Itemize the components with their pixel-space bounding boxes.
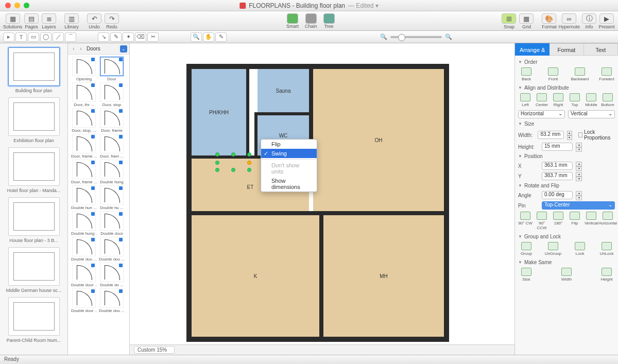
- arc-tool[interactable]: ⌒: [65, 32, 76, 42]
- angle-stepper[interactable]: ▴▾: [576, 191, 582, 199]
- tab-format[interactable]: Format: [550, 43, 583, 56]
- angle-input[interactable]: 0.00 deg: [542, 191, 573, 199]
- width-stepper[interactable]: ▴▾: [567, 131, 572, 139]
- ctx-show-dimensions[interactable]: Show dimensions: [261, 176, 317, 192]
- zoom-level-select[interactable]: Custom 15%: [134, 346, 175, 354]
- ellipse-tool[interactable]: ◯: [40, 32, 52, 42]
- pos-y-input[interactable]: 383.7 mm: [542, 172, 573, 180]
- lib-shape[interactable]: Door, fram ...: [98, 134, 126, 159]
- align-right[interactable]: Right: [551, 93, 565, 107]
- present-button[interactable]: ▶Present: [598, 12, 615, 29]
- grp-ungroup[interactable]: UnGroup: [545, 242, 561, 256]
- section-group[interactable]: Group and Lock: [518, 232, 615, 241]
- pages-button[interactable]: ▤Pages: [23, 12, 40, 29]
- lib-shape[interactable]: Double door: [98, 211, 126, 236]
- mode-smart[interactable]: Smart: [286, 13, 299, 29]
- snap-button[interactable]: ⊞Snap: [501, 12, 517, 29]
- page-thumb[interactable]: [8, 97, 60, 136]
- pin-select[interactable]: Top-Center: [542, 201, 615, 210]
- page-thumb[interactable]: [8, 197, 60, 236]
- order-front[interactable]: Front: [545, 67, 561, 81]
- section-order[interactable]: Order: [518, 58, 615, 66]
- eraser-tool[interactable]: ⌫: [135, 32, 146, 42]
- eyedropper-tool[interactable]: ✎: [215, 32, 227, 42]
- lib-shape[interactable]: Opening: [70, 57, 98, 81]
- lib-shape[interactable]: Door, stop, ...: [70, 108, 98, 133]
- rotate-90-cw[interactable]: 90° CW: [518, 212, 533, 230]
- room-k[interactable]: K: [192, 215, 319, 337]
- section-align[interactable]: Align and Distribute: [518, 83, 615, 92]
- canvas[interactable]: PH/KHH Sauna WC OH ET K MH: [130, 43, 515, 355]
- floorplan-drawing[interactable]: PH/KHH Sauna WC OH ET K MH: [186, 64, 449, 342]
- section-rotate[interactable]: Rotate and Flip: [518, 181, 615, 190]
- rect-tool[interactable]: ▭: [28, 32, 39, 42]
- lib-dropdown-button[interactable]: ⌄: [120, 45, 127, 53]
- lib-back-button[interactable]: ‹: [70, 46, 77, 51]
- pointer-tool[interactable]: ▸: [3, 32, 14, 42]
- mode-tree[interactable]: Tree: [323, 13, 335, 29]
- info-button[interactable]: ⓘInfo: [581, 12, 597, 29]
- ctx-swing[interactable]: Swing: [261, 149, 317, 158]
- order-back[interactable]: Back: [518, 67, 535, 81]
- zoom-tool[interactable]: 🔍: [191, 32, 202, 42]
- grp-group[interactable]: Group: [518, 242, 535, 256]
- lib-shape[interactable]: Double hung ...: [70, 211, 98, 236]
- hypernote-button[interactable]: ∞Hypernote: [558, 12, 580, 29]
- ctx-flip[interactable]: Flip: [261, 140, 317, 149]
- redo-button[interactable]: ↷Redo: [104, 12, 120, 29]
- height-input[interactable]: 15 mm: [542, 143, 573, 151]
- lib-shape[interactable]: Door, frame: [98, 108, 126, 133]
- lib-shape[interactable]: Door, stop: [98, 82, 126, 107]
- lib-shape[interactable]: Double hu ...: [98, 185, 126, 210]
- close-window-button[interactable]: [5, 3, 11, 8]
- same-size[interactable]: Size: [518, 268, 535, 282]
- line-tool[interactable]: ／: [53, 32, 64, 42]
- lib-shape[interactable]: Double doo ...: [98, 288, 126, 313]
- undo-button[interactable]: ↶Undo: [86, 12, 102, 29]
- selected-door-shape[interactable]: [217, 154, 249, 170]
- distribute-horizontal-select[interactable]: Horizontal: [518, 110, 565, 118]
- lib-shape[interactable]: Double do ...: [98, 263, 126, 287]
- same-width[interactable]: Width: [558, 268, 575, 282]
- room-oh[interactable]: OH: [313, 69, 444, 211]
- tab-text[interactable]: Text: [584, 43, 618, 56]
- page-thumb[interactable]: [8, 297, 60, 336]
- rotate-vertical[interactable]: Vertical: [584, 212, 598, 230]
- rotate-horizontal[interactable]: Horizontal: [600, 212, 615, 230]
- room-ph[interactable]: PH/KHH: [192, 69, 246, 155]
- minimize-window-button[interactable]: [14, 3, 20, 8]
- lib-shape[interactable]: Double door ...: [70, 263, 98, 287]
- section-position[interactable]: Position: [518, 152, 615, 161]
- connector-tool[interactable]: ↘: [98, 32, 109, 42]
- section-size[interactable]: Size: [518, 119, 615, 128]
- lib-title[interactable]: Doors: [84, 46, 120, 51]
- room-sauna[interactable]: Sauna: [258, 69, 309, 112]
- grid-button[interactable]: ▦Grid: [518, 12, 535, 29]
- lib-shape[interactable]: Double doo ...: [98, 237, 126, 262]
- lib-fwd-button[interactable]: ›: [77, 46, 84, 51]
- lib-shape[interactable]: Double hung: [98, 160, 126, 184]
- order-forward[interactable]: Forward: [598, 67, 615, 81]
- align-top[interactable]: Top: [568, 93, 582, 107]
- format-button[interactable]: 🎨Format: [541, 12, 557, 29]
- width-input[interactable]: 83.2 mm: [538, 131, 564, 139]
- lib-shape[interactable]: Double doo ...: [70, 237, 98, 262]
- library-button[interactable]: ▥Library: [63, 12, 80, 29]
- lib-shape[interactable]: Door, frame ...: [70, 160, 98, 184]
- hand-tool[interactable]: ✋: [203, 32, 214, 42]
- mode-chain[interactable]: Chain: [305, 13, 317, 29]
- grp-lock[interactable]: Lock: [572, 242, 588, 256]
- layers-button[interactable]: ≣Layers: [41, 12, 57, 29]
- stamp-tool[interactable]: ✦: [123, 32, 134, 42]
- grp-unlock[interactable]: UnLock: [598, 242, 615, 256]
- ctx-dont-show-units[interactable]: Don't show units: [261, 161, 317, 176]
- distribute-vertical-select[interactable]: Vertical: [568, 110, 615, 118]
- rotate-90-ccw[interactable]: 90° CCW: [535, 212, 549, 230]
- height-stepper[interactable]: ▴▾: [576, 143, 582, 151]
- tab-arrange[interactable]: Arrange & Size: [515, 43, 550, 56]
- lib-shape[interactable]: Door, thr ...: [70, 82, 98, 107]
- same-height[interactable]: Height: [598, 268, 615, 282]
- solutions-button[interactable]: ▦Solutions: [3, 12, 22, 29]
- zoom-slider[interactable]: 🔍 🔍: [380, 33, 462, 40]
- order-backward[interactable]: Backward: [572, 67, 588, 81]
